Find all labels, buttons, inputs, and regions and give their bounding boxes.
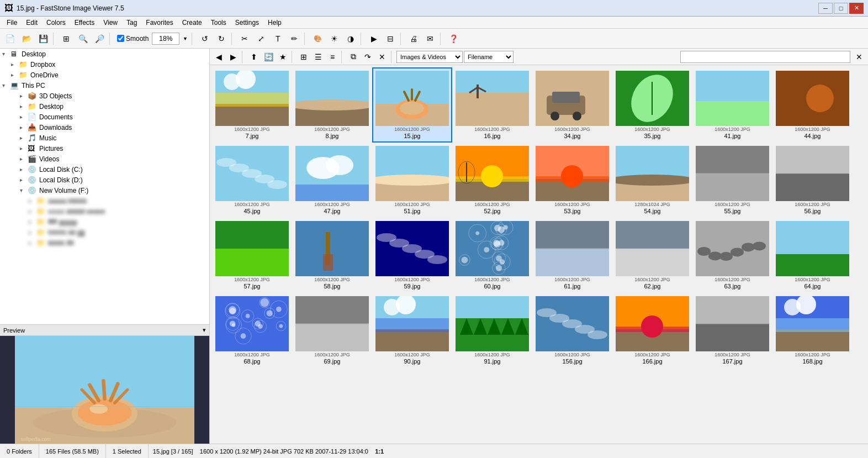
- email-button[interactable]: ✉: [422, 31, 438, 46]
- tree-item-blurred[interactable]: ▸📁fffff ggggg: [0, 217, 209, 227]
- close-button[interactable]: ✕: [849, 3, 864, 14]
- tree-item[interactable]: ▸📁Dropbox: [0, 59, 209, 70]
- thumbnail-cell[interactable]: 1600x1200 JPG59.jpg: [372, 218, 452, 293]
- slideshow-button[interactable]: ▶: [366, 31, 382, 46]
- save-button[interactable]: 💾: [35, 31, 51, 46]
- menu-item-help[interactable]: Help: [263, 18, 286, 28]
- thumbnail-cell[interactable]: 1600x1200 JPG52.jpg: [452, 143, 532, 218]
- thumbnail-cell[interactable]: 1600x1200 JPG156.jpg: [532, 293, 612, 368]
- resize-button[interactable]: ⤢: [253, 31, 269, 46]
- thumbnail-cell[interactable]: 1600x1200 JPG41.jpg: [692, 67, 772, 143]
- new-button[interactable]: 📄: [2, 31, 18, 46]
- thumbnail-cell[interactable]: 1600x1200 JPG90.jpg: [372, 293, 452, 368]
- list-view-button[interactable]: ☰: [311, 50, 325, 64]
- compare-button[interactable]: ⊟: [383, 31, 398, 46]
- menu-item-tools[interactable]: Tools: [207, 18, 231, 28]
- forward-button[interactable]: ▶: [226, 50, 240, 64]
- maximize-button[interactable]: □: [834, 3, 848, 14]
- thumbnail-cell[interactable]: 1600x1200 JPG34.jpg: [532, 67, 612, 143]
- menu-item-view[interactable]: View: [99, 18, 122, 28]
- smooth-label[interactable]: Smooth: [115, 34, 151, 44]
- tree-item[interactable]: ▸📁Desktop: [0, 101, 209, 112]
- path-input[interactable]: [680, 51, 850, 63]
- menu-item-colors[interactable]: Colors: [42, 18, 70, 28]
- zoom-in-button[interactable]: 🔍: [75, 31, 91, 46]
- thumbnail-cell[interactable]: 1600x1200 JPG8.jpg: [292, 67, 372, 143]
- menu-item-tag[interactable]: Tag: [122, 18, 141, 28]
- thumbnail-cell[interactable]: 1600x1200 JPG62.jpg: [612, 218, 692, 293]
- tree-item-blurred[interactable]: ▸📁ccccc ddddd eeeee: [0, 206, 209, 217]
- menu-item-edit[interactable]: Edit: [22, 18, 42, 28]
- thumbnail-cell[interactable]: 1600x1200 JPG51.jpg: [372, 143, 452, 218]
- crop-button[interactable]: ✂: [237, 31, 252, 46]
- tree-item[interactable]: ▸🎵Music: [0, 133, 209, 143]
- smooth-checkbox[interactable]: [117, 35, 124, 42]
- thumbnail-cell[interactable]: 1600x1200 JPG53.jpg: [532, 143, 612, 218]
- tree-item[interactable]: ▾🖥Desktop: [0, 49, 209, 59]
- zoom-dropdown-button[interactable]: ▼: [181, 31, 189, 46]
- delete-button[interactable]: ✕: [375, 50, 389, 64]
- thumbnail-cell[interactable]: 1600x1200 JPG91.jpg: [452, 293, 532, 368]
- contrast-button[interactable]: ◑: [343, 31, 358, 46]
- menu-item-settings[interactable]: Settings: [231, 18, 263, 28]
- thumbnail-cell[interactable]: 1600x1200 JPG7.jpg: [212, 67, 292, 143]
- menu-item-favorites[interactable]: Favorites: [141, 18, 177, 28]
- minimize-button[interactable]: ─: [818, 3, 833, 14]
- thumbnail-cell[interactable]: 1600x1200 JPG166.jpg: [612, 293, 692, 368]
- tree-item[interactable]: ▾💿New Volume (F:): [0, 185, 209, 196]
- preview-arrow[interactable]: ▾: [203, 327, 206, 334]
- tree-item[interactable]: ▸📦3D Objects: [0, 91, 209, 101]
- path-clear-button[interactable]: ✕: [853, 50, 866, 64]
- tree-item[interactable]: ▸🖼Pictures: [0, 143, 209, 154]
- thumb-view-button[interactable]: ⊞: [297, 50, 310, 64]
- thumbnail-cell[interactable]: 1600x1200 JPG57.jpg: [212, 218, 292, 293]
- sort-select[interactable]: FilenameDateSizeType: [464, 51, 514, 63]
- menu-item-effects[interactable]: Effects: [70, 18, 99, 28]
- tree-item[interactable]: ▸📥Downloads: [0, 122, 209, 133]
- text-button[interactable]: T: [270, 31, 285, 46]
- menu-item-file[interactable]: File: [2, 18, 22, 28]
- tree-item[interactable]: ▾💻This PC: [0, 80, 209, 91]
- tree-item-blurred[interactable]: ▸📁hhhhh iiiii jjjjj: [0, 227, 209, 238]
- thumbnail-cell[interactable]: 1600x1200 JPG167.jpg: [692, 293, 772, 368]
- tree-item[interactable]: ▸💿Local Disk (D:): [0, 175, 209, 185]
- thumbnail-cell[interactable]: 1600x1200 JPG58.jpg: [292, 218, 372, 293]
- zoom-input[interactable]: 18%: [152, 33, 179, 45]
- tree-item-blurred[interactable]: ▸📁kkkkk lllll: [0, 238, 209, 248]
- filter-select[interactable]: Images & VideosAll FilesImages OnlyVideo…: [396, 51, 463, 63]
- tree-item[interactable]: ▸📁OneDrive: [0, 70, 209, 80]
- thumbnail-cell[interactable]: 1600x1200 JPG45.jpg: [212, 143, 292, 218]
- thumbnail-cell[interactable]: 1600x1200 JPG60.jpg: [452, 218, 532, 293]
- thumbnail-cell[interactable]: 1600x1200 JPG56.jpg: [772, 143, 853, 218]
- thumbnail-cell[interactable]: 1600x1200 JPG47.jpg: [292, 143, 372, 218]
- up-button[interactable]: ⬆: [247, 50, 261, 64]
- thumbnail-cell[interactable]: 1600x1200 JPG69.jpg: [292, 293, 372, 368]
- tree-item[interactable]: ▸🎬Videos: [0, 154, 209, 164]
- thumbnail-cell[interactable]: 1600x1200 JPG63.jpg: [692, 218, 772, 293]
- move-button[interactable]: ↷: [361, 50, 374, 64]
- copy-button[interactable]: ⧉: [347, 50, 360, 64]
- details-view-button[interactable]: ≡: [326, 50, 339, 64]
- refresh-button[interactable]: 🔄: [262, 50, 275, 64]
- thumbnail-cell[interactable]: 1600x1200 JPG55.jpg: [692, 143, 772, 218]
- folder-tree[interactable]: ▾🖥Desktop▸📁Dropbox▸📁OneDrive▾💻This PC▸📦3…: [0, 49, 209, 325]
- color-button[interactable]: 🎨: [310, 31, 325, 46]
- thumbnail-cell[interactable]: 1600x1200 JPG35.jpg: [612, 67, 692, 143]
- thumbnail-cell[interactable]: 1600x1200 JPG16.jpg: [452, 67, 532, 143]
- tree-item[interactable]: ▸💿Local Disk (C:): [0, 164, 209, 175]
- bookmark-button[interactable]: ★: [276, 50, 289, 64]
- thumbnail-container[interactable]: 1600x1200 JPG7.jpg1600x1200 JPG8.jpg1600…: [210, 65, 868, 444]
- thumbnail-cell[interactable]: 1600x1200 JPG61.jpg: [532, 218, 612, 293]
- thumbnail-cell[interactable]: 1600x1200 JPG64.jpg: [772, 218, 853, 293]
- thumbnail-cell[interactable]: 1600x1200 JPG68.jpg: [212, 293, 292, 368]
- rotate-left-button[interactable]: ↺: [197, 31, 213, 46]
- tree-item-blurred[interactable]: ▸📁aaaaa bbbbb: [0, 196, 209, 206]
- thumbnail-cell[interactable]: 1600x1200 JPG44.jpg: [772, 67, 853, 143]
- help-button[interactable]: ❓: [446, 31, 461, 46]
- zoom-out-button[interactable]: 🔎: [92, 31, 107, 46]
- thumbnail-cell[interactable]: 1600x1200 JPG168.jpg: [772, 293, 853, 368]
- thumbnail-cell[interactable]: 1280x1024 JPG54.jpg: [612, 143, 692, 218]
- thumb-button[interactable]: ⊞: [59, 31, 74, 46]
- rotate-right-button[interactable]: ↻: [214, 31, 229, 46]
- tree-item[interactable]: ▸📄Documents: [0, 112, 209, 122]
